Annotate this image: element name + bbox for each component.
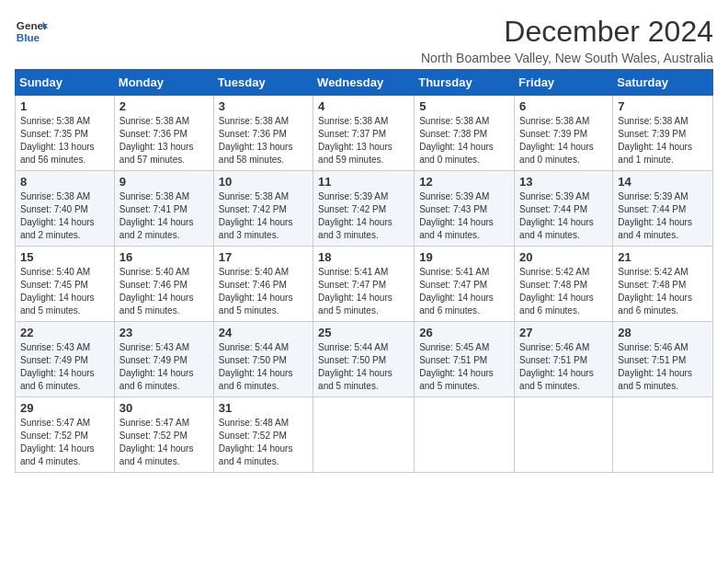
month-title: December 2024 — [421, 15, 713, 49]
day-number: 1 — [20, 99, 109, 113]
day-details: Sunrise: 5:39 AM Sunset: 7:43 PM Dayligh… — [419, 190, 509, 242]
col-saturday: Saturday — [613, 70, 713, 96]
day-number: 9 — [119, 175, 209, 189]
table-row: 20Sunrise: 5:42 AM Sunset: 7:48 PM Dayli… — [515, 247, 613, 322]
day-details: Sunrise: 5:38 AM Sunset: 7:38 PM Dayligh… — [419, 115, 509, 167]
table-row — [613, 397, 713, 473]
day-number: 11 — [318, 175, 409, 189]
day-details: Sunrise: 5:39 AM Sunset: 7:44 PM Dayligh… — [618, 190, 708, 242]
day-number: 12 — [419, 175, 509, 189]
day-details: Sunrise: 5:38 AM Sunset: 7:35 PM Dayligh… — [20, 115, 109, 167]
col-wednesday: Wednesday — [313, 70, 415, 96]
table-row: 3Sunrise: 5:38 AM Sunset: 7:36 PM Daylig… — [213, 96, 313, 171]
day-details: Sunrise: 5:39 AM Sunset: 7:44 PM Dayligh… — [519, 190, 608, 242]
table-row: 13Sunrise: 5:39 AM Sunset: 7:44 PM Dayli… — [515, 171, 613, 247]
day-details: Sunrise: 5:38 AM Sunset: 7:42 PM Dayligh… — [219, 190, 308, 242]
table-row: 23Sunrise: 5:43 AM Sunset: 7:49 PM Dayli… — [114, 322, 213, 397]
day-number: 24 — [219, 326, 308, 339]
logo: General Blue — [15, 15, 48, 48]
table-row: 8Sunrise: 5:38 AM Sunset: 7:40 PM Daylig… — [16, 171, 115, 247]
col-sunday: Sunday — [16, 70, 115, 96]
table-row: 9Sunrise: 5:38 AM Sunset: 7:41 PM Daylig… — [114, 171, 213, 247]
location-subtitle: North Boambee Valley, New South Wales, A… — [421, 51, 713, 65]
day-details: Sunrise: 5:47 AM Sunset: 7:52 PM Dayligh… — [119, 417, 209, 468]
day-details: Sunrise: 5:38 AM Sunset: 7:41 PM Dayligh… — [119, 190, 209, 242]
table-row: 6Sunrise: 5:38 AM Sunset: 7:39 PM Daylig… — [515, 96, 613, 171]
day-number: 28 — [618, 326, 708, 339]
day-details: Sunrise: 5:38 AM Sunset: 7:37 PM Dayligh… — [318, 115, 409, 167]
table-row: 4Sunrise: 5:38 AM Sunset: 7:37 PM Daylig… — [313, 96, 415, 171]
day-details: Sunrise: 5:41 AM Sunset: 7:47 PM Dayligh… — [419, 266, 509, 317]
day-details: Sunrise: 5:47 AM Sunset: 7:52 PM Dayligh… — [20, 417, 109, 468]
page-header: General Blue December 2024 North Boambee… — [15, 15, 713, 65]
day-number: 22 — [20, 326, 109, 339]
table-row: 16Sunrise: 5:40 AM Sunset: 7:46 PM Dayli… — [114, 247, 213, 322]
day-details: Sunrise: 5:46 AM Sunset: 7:51 PM Dayligh… — [618, 341, 708, 393]
day-number: 14 — [618, 175, 708, 189]
table-row: 26Sunrise: 5:45 AM Sunset: 7:51 PM Dayli… — [415, 322, 515, 397]
calendar-week-row: 1Sunrise: 5:38 AM Sunset: 7:35 PM Daylig… — [16, 96, 713, 171]
day-details: Sunrise: 5:46 AM Sunset: 7:51 PM Dayligh… — [519, 341, 608, 393]
calendar-table: Sunday Monday Tuesday Wednesday Thursday… — [15, 69, 713, 473]
table-row: 10Sunrise: 5:38 AM Sunset: 7:42 PM Dayli… — [213, 171, 313, 247]
calendar-week-row: 22Sunrise: 5:43 AM Sunset: 7:49 PM Dayli… — [16, 322, 713, 397]
day-number: 19 — [419, 250, 509, 264]
day-number: 8 — [20, 175, 109, 189]
table-row: 29Sunrise: 5:47 AM Sunset: 7:52 PM Dayli… — [16, 397, 115, 473]
title-block: December 2024 North Boambee Valley, New … — [421, 15, 713, 65]
table-row: 31Sunrise: 5:48 AM Sunset: 7:52 PM Dayli… — [213, 397, 313, 473]
day-number: 21 — [618, 250, 708, 264]
table-row: 7Sunrise: 5:38 AM Sunset: 7:39 PM Daylig… — [613, 96, 713, 171]
table-row — [515, 397, 613, 473]
day-details: Sunrise: 5:43 AM Sunset: 7:49 PM Dayligh… — [119, 341, 209, 393]
calendar-header-row: Sunday Monday Tuesday Wednesday Thursday… — [16, 70, 713, 96]
day-number: 23 — [119, 326, 209, 339]
day-number: 29 — [20, 401, 109, 415]
table-row: 2Sunrise: 5:38 AM Sunset: 7:36 PM Daylig… — [114, 96, 213, 171]
col-tuesday: Tuesday — [213, 70, 313, 96]
day-number: 6 — [519, 99, 608, 113]
col-friday: Friday — [515, 70, 613, 96]
table-row: 11Sunrise: 5:39 AM Sunset: 7:42 PM Dayli… — [313, 171, 415, 247]
day-details: Sunrise: 5:38 AM Sunset: 7:39 PM Dayligh… — [618, 115, 708, 167]
table-row — [415, 397, 515, 473]
day-number: 26 — [419, 326, 509, 339]
day-number: 25 — [318, 326, 409, 339]
day-number: 20 — [519, 250, 608, 264]
table-row: 24Sunrise: 5:44 AM Sunset: 7:50 PM Dayli… — [213, 322, 313, 397]
table-row: 28Sunrise: 5:46 AM Sunset: 7:51 PM Dayli… — [613, 322, 713, 397]
day-details: Sunrise: 5:42 AM Sunset: 7:48 PM Dayligh… — [618, 266, 708, 317]
day-number: 4 — [318, 99, 409, 113]
day-number: 3 — [219, 99, 308, 113]
table-row: 17Sunrise: 5:40 AM Sunset: 7:46 PM Dayli… — [213, 247, 313, 322]
table-row: 25Sunrise: 5:44 AM Sunset: 7:50 PM Dayli… — [313, 322, 415, 397]
table-row: 1Sunrise: 5:38 AM Sunset: 7:35 PM Daylig… — [16, 96, 115, 171]
day-number: 27 — [519, 326, 608, 339]
day-number: 31 — [219, 401, 308, 415]
day-number: 10 — [219, 175, 308, 189]
table-row: 27Sunrise: 5:46 AM Sunset: 7:51 PM Dayli… — [515, 322, 613, 397]
calendar-week-row: 8Sunrise: 5:38 AM Sunset: 7:40 PM Daylig… — [16, 171, 713, 247]
table-row: 22Sunrise: 5:43 AM Sunset: 7:49 PM Dayli… — [16, 322, 115, 397]
day-details: Sunrise: 5:40 AM Sunset: 7:45 PM Dayligh… — [20, 266, 109, 317]
calendar-week-row: 15Sunrise: 5:40 AM Sunset: 7:45 PM Dayli… — [16, 247, 713, 322]
day-number: 7 — [618, 99, 708, 113]
table-row: 21Sunrise: 5:42 AM Sunset: 7:48 PM Dayli… — [613, 247, 713, 322]
day-details: Sunrise: 5:43 AM Sunset: 7:49 PM Dayligh… — [20, 341, 109, 393]
day-number: 5 — [419, 99, 509, 113]
day-details: Sunrise: 5:39 AM Sunset: 7:42 PM Dayligh… — [318, 190, 409, 242]
day-details: Sunrise: 5:42 AM Sunset: 7:48 PM Dayligh… — [519, 266, 608, 317]
calendar-week-row: 29Sunrise: 5:47 AM Sunset: 7:52 PM Dayli… — [16, 397, 713, 473]
table-row: 30Sunrise: 5:47 AM Sunset: 7:52 PM Dayli… — [114, 397, 213, 473]
day-number: 13 — [519, 175, 608, 189]
day-details: Sunrise: 5:44 AM Sunset: 7:50 PM Dayligh… — [318, 341, 409, 393]
day-number: 17 — [219, 250, 308, 264]
day-details: Sunrise: 5:44 AM Sunset: 7:50 PM Dayligh… — [219, 341, 308, 393]
day-details: Sunrise: 5:38 AM Sunset: 7:40 PM Dayligh… — [20, 190, 109, 242]
day-details: Sunrise: 5:40 AM Sunset: 7:46 PM Dayligh… — [219, 266, 308, 317]
table-row: 12Sunrise: 5:39 AM Sunset: 7:43 PM Dayli… — [415, 171, 515, 247]
day-details: Sunrise: 5:38 AM Sunset: 7:39 PM Dayligh… — [519, 115, 608, 167]
col-thursday: Thursday — [415, 70, 515, 96]
logo-icon: General Blue — [15, 15, 48, 48]
svg-text:Blue: Blue — [17, 31, 40, 43]
